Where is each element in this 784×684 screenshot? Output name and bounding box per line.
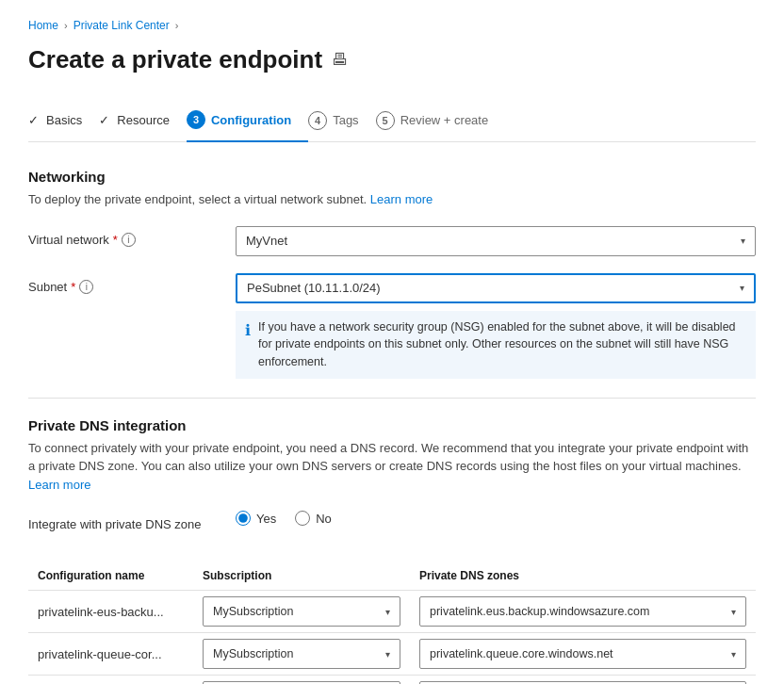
virtual-network-value: MyVnet — [246, 234, 287, 248]
dns-yes-radio[interactable] — [236, 511, 251, 526]
dns-table: Configuration name Subscription Private … — [28, 562, 756, 684]
dns-no-option[interactable]: No — [295, 511, 332, 526]
subscription-dropdown-0[interactable]: MySubscription ▾ — [203, 596, 400, 627]
subnet-required: * — [71, 280, 75, 294]
step-tags-circle: 4 — [308, 111, 327, 130]
step-resource[interactable]: ✓ Resource — [99, 104, 187, 138]
dns-table-row: privatelink-eus-backu... MySubscription … — [28, 591, 756, 633]
vnet-chevron-icon: ▾ — [741, 236, 745, 246]
dns-table-row: privatelink-queue-cor... MySubscription … — [28, 633, 756, 676]
dns-col-config-name: Configuration name — [28, 562, 193, 591]
dns-no-radio[interactable] — [295, 511, 310, 526]
integrate-dns-row: Integrate with private DNS zone Yes No — [28, 511, 756, 545]
step-configuration[interactable]: 3 Configuration — [187, 101, 308, 142]
page-title-row: Create a private endpoint 🖶 — [28, 45, 756, 74]
virtual-network-row: Virtual network * i MyVnet ▾ — [28, 226, 756, 256]
subnet-value: PeSubnet (10.11.1.0/24) — [247, 281, 381, 295]
dns-yes-option[interactable]: Yes — [236, 511, 276, 526]
subscription-value-1: MySubscription — [213, 647, 293, 660]
dns-yes-label: Yes — [256, 512, 276, 526]
step-review[interactable]: 5 Review + create — [376, 102, 506, 141]
subnet-row: Subnet * i PeSubnet (10.11.1.0/24) ▾ ℹ I… — [28, 273, 756, 379]
dns-zone-cell-1: privatelink.queue.core.windows.net ▾ — [410, 633, 756, 676]
networking-title: Networking — [28, 169, 756, 185]
step-basics-check: ✓ — [28, 113, 39, 127]
subscription-chevron-1: ▾ — [385, 649, 390, 660]
config-name-cell-1: privatelink-queue-cor... — [28, 633, 193, 676]
step-tags-label: Tags — [333, 113, 358, 127]
step-configuration-label: Configuration — [211, 113, 291, 127]
dns-table-row: privatelink-blob-core-... MySubscription… — [28, 676, 756, 684]
vnet-required: * — [113, 233, 118, 247]
print-icon[interactable]: 🖶 — [332, 50, 349, 70]
step-resource-check: ✓ — [99, 113, 109, 127]
virtual-network-control: MyVnet ▾ — [236, 226, 756, 256]
subnet-control: PeSubnet (10.11.1.0/24) ▾ ℹ If you have … — [236, 273, 756, 379]
step-tags[interactable]: 4 Tags — [308, 102, 375, 141]
dns-zone-value-0: privatelink.eus.backup.windowsazure.com — [430, 605, 649, 618]
step-review-label: Review + create — [400, 113, 489, 127]
dns-zone-chevron-1: ▾ — [731, 649, 736, 660]
vnet-info-icon[interactable]: i — [122, 233, 136, 247]
step-basics-label: Basics — [46, 113, 82, 127]
integrate-dns-label: Integrate with private DNS zone — [28, 511, 236, 531]
wizard-steps: ✓ Basics ✓ Resource 3 Configuration 4 Ta… — [28, 101, 756, 142]
dns-zone-cell-2: privatelink.blob.core.windows.net ▾ — [410, 676, 756, 684]
dns-col-zones: Private DNS zones — [410, 562, 756, 591]
dns-zone-dropdown-1[interactable]: privatelink.queue.core.windows.net ▾ — [419, 639, 746, 669]
dns-radio-group: Yes No — [236, 511, 756, 526]
step-review-circle: 5 — [376, 111, 395, 130]
step-configuration-circle: 3 — [187, 110, 205, 129]
breadcrumb: Home › Private Link Center › — [28, 19, 756, 32]
dns-col-subscription: Subscription — [193, 562, 410, 591]
subscription-dropdown-1[interactable]: MySubscription ▾ — [203, 639, 400, 669]
breadcrumb-home[interactable]: Home — [28, 19, 58, 32]
subscription-cell-0: MySubscription ▾ — [193, 591, 410, 633]
nsg-note-icon: ℹ — [245, 319, 251, 342]
subscription-cell-2: MySubscription ▾ — [193, 676, 410, 684]
dns-no-label: No — [316, 512, 332, 526]
subnet-dropdown[interactable]: PeSubnet (10.11.1.0/24) ▾ — [236, 273, 756, 303]
dns-section-title: Private DNS integration — [28, 417, 756, 433]
dns-zone-value-1: privatelink.queue.core.windows.net — [430, 647, 613, 660]
breadcrumb-sep-2: › — [175, 20, 179, 31]
networking-learn-more[interactable]: Learn more — [370, 192, 433, 206]
dns-table-header-row: Configuration name Subscription Private … — [28, 562, 756, 591]
step-resource-label: Resource — [117, 113, 170, 127]
subscription-chevron-0: ▾ — [385, 607, 390, 617]
dns-section-desc: To connect privately with your private e… — [28, 439, 756, 495]
section-divider — [28, 398, 756, 399]
integrate-dns-control: Yes No — [236, 511, 756, 545]
nsg-note-text: If you have a network security group (NS… — [258, 318, 746, 371]
subnet-chevron-icon: ▾ — [740, 283, 744, 293]
subscription-value-0: MySubscription — [213, 605, 293, 618]
subnet-label: Subnet * i — [28, 273, 236, 294]
dns-zone-cell-0: privatelink.eus.backup.windowsazure.com … — [410, 591, 756, 633]
breadcrumb-sep-1: › — [64, 20, 68, 31]
virtual-network-label: Virtual network * i — [28, 226, 236, 247]
nsg-note: ℹ If you have a network security group (… — [236, 311, 756, 379]
page-title: Create a private endpoint — [28, 45, 322, 74]
config-name-cell-2: privatelink-blob-core-... — [28, 676, 193, 684]
networking-desc: To deploy the private endpoint, select a… — [28, 190, 756, 209]
dns-zone-chevron-0: ▾ — [731, 607, 736, 617]
breadcrumb-private-link[interactable]: Private Link Center — [74, 19, 170, 32]
config-name-cell-0: privatelink-eus-backu... — [28, 591, 193, 633]
subscription-cell-1: MySubscription ▾ — [193, 633, 410, 676]
step-basics[interactable]: ✓ Basics — [28, 104, 99, 138]
dns-learn-more[interactable]: Learn more — [28, 478, 90, 492]
dns-zone-dropdown-0[interactable]: privatelink.eus.backup.windowsazure.com … — [419, 596, 746, 627]
virtual-network-dropdown[interactable]: MyVnet ▾ — [236, 226, 756, 256]
subnet-info-icon[interactable]: i — [79, 280, 93, 294]
